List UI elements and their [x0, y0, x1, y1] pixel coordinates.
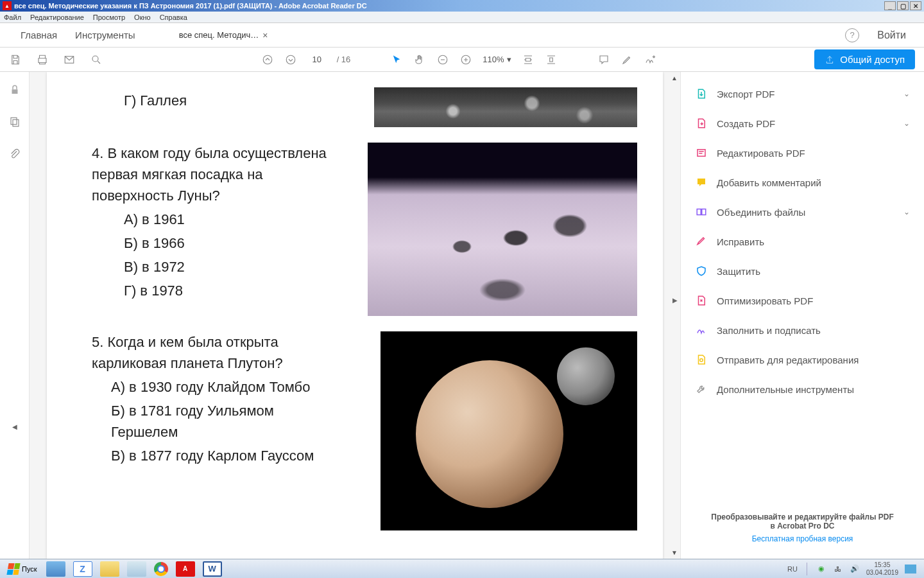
optimize-button[interactable]: Оптимизировать PDF — [692, 288, 912, 313]
q5-option-a: А) в 1930 году Клайдом Томбо — [111, 376, 342, 398]
fit-width-icon[interactable] — [522, 53, 535, 66]
taskbar-app-4[interactable] — [127, 561, 146, 577]
help-icon[interactable]: ? — [845, 28, 859, 42]
selection-tool-icon[interactable] — [390, 53, 403, 66]
collapse-left-icon[interactable]: ◀ — [12, 423, 17, 430]
system-tray: RU ◉ 🖧 🔊 15:35 03.04.2019 — [787, 561, 921, 577]
zoom-in-icon[interactable] — [459, 53, 472, 66]
thumbnails-icon[interactable] — [8, 116, 21, 128]
scroll-down-icon[interactable]: ▼ — [671, 549, 678, 556]
fill-label: Заполнить и подписать — [717, 325, 821, 336]
svg-point-1 — [92, 56, 98, 62]
tab-row: Главная Инструменты все спец. Методич… ×… — [0, 23, 924, 48]
menu-edit[interactable]: Редактирование — [30, 13, 84, 21]
menu-file[interactable]: Файл — [4, 13, 21, 21]
zoom-level[interactable]: 110% ▾ — [483, 55, 511, 64]
maximize-button[interactable]: ▢ — [897, 1, 909, 10]
lock-icon[interactable] — [8, 83, 21, 96]
tray-network-icon[interactable]: 🖧 — [833, 564, 843, 574]
taskbar: Пуск Z A W RU ◉ 🖧 🔊 15:35 03.04.2019 — [0, 559, 924, 578]
document-area[interactable]: ▲ Г) Галлея 4. В каком году была осущест… — [30, 72, 680, 559]
menu-window[interactable]: Окно — [134, 13, 151, 21]
send-button[interactable]: Отправить для редактирования — [692, 347, 912, 372]
sign-icon[interactable] — [644, 53, 656, 66]
language-indicator[interactable]: RU — [787, 565, 798, 573]
start-button[interactable]: Пуск — [3, 562, 42, 576]
taskbar-acrobat[interactable]: A — [176, 561, 195, 577]
export-pdf-button[interactable]: Экспорт PDF ⌄ — [692, 81, 912, 107]
chevron-down-icon: ⌄ — [903, 207, 910, 216]
taskbar-chrome[interactable] — [154, 562, 168, 576]
svg-point-12 — [700, 359, 703, 362]
page-up-icon[interactable] — [261, 53, 274, 66]
comment-button[interactable]: Добавить комментарий — [692, 170, 912, 195]
optimize-icon — [695, 294, 708, 307]
tab-tools[interactable]: Инструменты — [66, 24, 144, 46]
svg-rect-11 — [702, 209, 706, 215]
moon-strip-image — [374, 87, 637, 127]
trial-link[interactable]: Бесплатная пробная версия — [692, 534, 912, 543]
edit-pdf-button[interactable]: Редактировать PDF — [692, 140, 912, 166]
page-total: / 16 — [337, 55, 351, 64]
taskbar-app-1[interactable] — [46, 561, 65, 577]
redact-button[interactable]: Исправить — [692, 229, 912, 254]
menu-view[interactable]: Просмотр — [93, 13, 125, 21]
more-tools-button[interactable]: Дополнительные инструменты — [692, 376, 912, 402]
pdf-app-icon: ▲ — [3, 1, 12, 10]
print-icon[interactable] — [36, 53, 49, 66]
mail-icon[interactable] — [63, 53, 76, 66]
taskbar-app-2[interactable]: Z — [73, 561, 92, 577]
pluto-image — [381, 331, 637, 530]
share-icon — [825, 55, 835, 65]
attachment-icon[interactable] — [8, 148, 21, 161]
taskbar-app-3[interactable] — [100, 561, 119, 577]
login-button[interactable]: Войти — [877, 30, 906, 41]
tray-icon-1[interactable]: ◉ — [816, 564, 826, 574]
menu-help[interactable]: Справка — [160, 13, 187, 21]
zoom-out-icon[interactable] — [436, 53, 449, 66]
q5-option-c: В) в 1877 году Карлом Гауссом — [111, 445, 342, 466]
fit-page-icon[interactable] — [545, 53, 558, 66]
tray-volume-icon[interactable]: 🔊 — [850, 564, 860, 574]
q4-text: 4. В каком году была осуществлена первая… — [92, 143, 342, 206]
save-icon[interactable] — [9, 53, 22, 66]
page-down-icon[interactable] — [284, 53, 297, 66]
svg-point-2 — [263, 55, 272, 64]
send-icon — [695, 353, 708, 366]
q4-option-b: Б) в 1966 — [124, 232, 342, 254]
combine-button[interactable]: Объединить файлы ⌄ — [692, 199, 912, 225]
svg-rect-6 — [12, 89, 17, 94]
create-pdf-button[interactable]: Создать PDF ⌄ — [692, 110, 912, 136]
chevron-down-icon: ⌄ — [903, 89, 910, 98]
menu-bar: Файл Редактирование Просмотр Окно Справк… — [0, 12, 924, 23]
search-icon[interactable] — [90, 53, 103, 66]
page-number-input[interactable] — [307, 53, 327, 67]
right-panel: Экспорт PDF ⌄ Создать PDF ⌄ Редактироват… — [680, 72, 924, 559]
shield-icon — [695, 265, 708, 277]
comment-label: Добавить комментарий — [717, 177, 821, 188]
fill-sign-button[interactable]: Заполнить и подписать — [692, 317, 912, 343]
signature-icon — [695, 324, 708, 337]
taskbar-word[interactable]: W — [203, 561, 222, 577]
export-icon — [695, 87, 708, 100]
tab-document[interactable]: все спец. Методич… × — [170, 25, 277, 46]
right-panel-footer: Преобразовывайте и редактируйте файлы PD… — [692, 512, 912, 550]
svg-rect-10 — [697, 209, 701, 215]
optimize-label: Оптимизировать PDF — [717, 295, 813, 306]
highlight-icon[interactable] — [620, 53, 633, 66]
share-button[interactable]: Общий доступ — [814, 49, 915, 69]
tab-close-icon[interactable]: × — [262, 30, 268, 40]
clock[interactable]: 15:35 03.04.2019 — [866, 561, 898, 577]
protect-label: Защитить — [717, 266, 760, 277]
windows-logo-icon — [6, 563, 20, 575]
hand-tool-icon[interactable] — [413, 53, 426, 66]
share-label: Общий доступ — [840, 54, 905, 65]
comment-icon[interactable] — [597, 53, 610, 66]
minimize-button[interactable]: _ — [884, 1, 896, 10]
close-button[interactable]: ✕ — [910, 1, 921, 10]
scroll-up-icon[interactable]: ▲ — [671, 74, 678, 82]
show-desktop-icon[interactable] — [905, 565, 916, 574]
protect-button[interactable]: Защитить — [692, 258, 912, 284]
expand-right-icon[interactable]: ▶ — [672, 297, 678, 304]
tab-home[interactable]: Главная — [12, 24, 66, 46]
